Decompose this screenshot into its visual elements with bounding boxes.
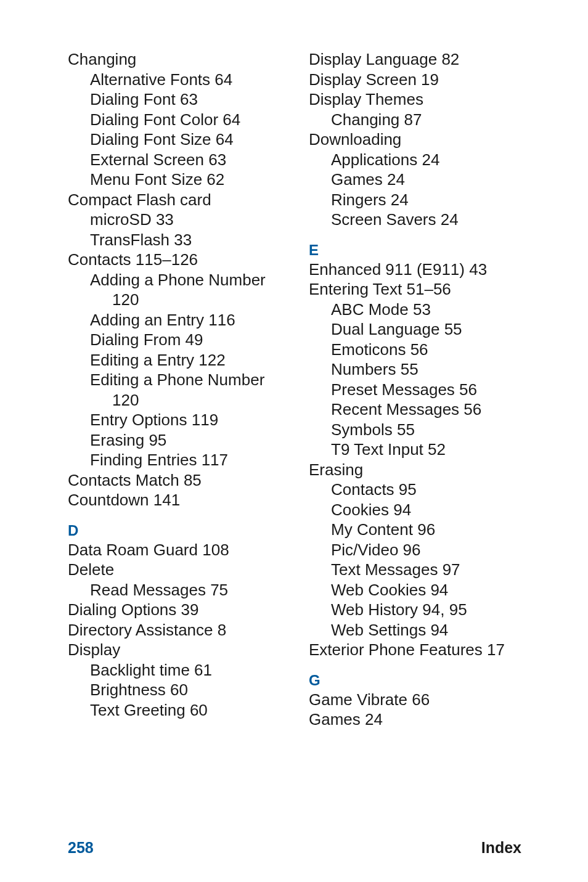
index-columns: ChangingAlternative Fonts 64Dialing Font… [68, 49, 520, 730]
index-pages: 62 [206, 170, 224, 189]
index-entry: Pic/Video 96 [331, 540, 520, 560]
index-entry: Ringers 24 [331, 190, 520, 210]
index-entry: Adding a Phone Number [90, 270, 279, 290]
index-pages: 63 [180, 90, 198, 108]
index-term: ABC Mode [331, 300, 409, 319]
index-term: Web Cookies [331, 581, 426, 599]
index-entry: TransFlash 33 [90, 230, 279, 250]
index-entry: Dialing Font Size 64 [90, 129, 279, 150]
index-entry: Downloading [309, 129, 520, 150]
index-pages: 85 [184, 471, 202, 489]
index-pages: 87 [404, 110, 422, 129]
index-entry: Dual Language 55 [331, 319, 520, 340]
index-entry: Dialing Options 39 [68, 600, 279, 620]
index-term: Web Settings [331, 621, 426, 639]
index-pages: 17 [487, 640, 505, 659]
index-term: Contacts [331, 480, 394, 499]
index-term: Text Messages [331, 560, 438, 579]
index-pages: 108 [202, 541, 229, 559]
index-entry: Finding Entries 117 [90, 450, 279, 470]
index-entry: Delete [68, 560, 279, 580]
index-pages: 33 [156, 210, 174, 229]
index-pages: 117 [202, 451, 228, 469]
index-term: Recent Messages [331, 400, 459, 419]
index-term: Erasing [90, 431, 144, 449]
index-pages: 119 [192, 410, 218, 429]
index-entry: Entering Text 51–56 [309, 279, 520, 300]
index-entry: Erasing [309, 460, 520, 480]
index-entry: External Screen 63 [90, 150, 279, 170]
index-term: Pic/Video [331, 541, 398, 559]
index-term: Preset Messages [331, 380, 455, 399]
index-entry: Recent Messages 56 [331, 399, 520, 420]
index-entry: Data Roam Guard 108 [68, 540, 279, 560]
index-term: Finding Entries [90, 451, 197, 469]
index-term: Editing a Entry [90, 351, 194, 369]
index-entry: Exterior Phone Features 17 [309, 640, 520, 660]
index-term: Read Messages [90, 581, 206, 599]
index-entry: Backlight time 61 [90, 660, 279, 680]
index-pages: 60 [170, 680, 188, 699]
index-term: Downloading [309, 130, 401, 149]
section-letter-e: E [309, 241, 520, 259]
index-entry: Directory Assistance 8 [68, 620, 279, 640]
index-entry: Text Greeting 60 [90, 700, 279, 721]
index-term: Symbols [331, 420, 393, 439]
index-term: Ringers [331, 190, 386, 209]
index-pages: 94, 95 [422, 600, 467, 619]
index-term: T9 Text Input [331, 440, 423, 459]
index-term: 120 [112, 391, 139, 409]
index-entry: Adding an Entry 116 [90, 310, 279, 330]
index-pages: 94 [430, 621, 448, 639]
index-entry: Changing [68, 49, 279, 70]
index-term: Web History [331, 600, 418, 619]
index-term: Contacts Match [68, 471, 179, 489]
index-entry: Editing a Entry 122 [90, 350, 279, 370]
index-term: Editing a Phone Number [90, 370, 264, 389]
index-term: Dual Language [331, 320, 439, 338]
index-entry: Games 24 [309, 709, 520, 730]
index-entry: Enhanced 911 (E911) 43 [309, 259, 520, 280]
index-pages: 63 [208, 150, 226, 169]
index-entry: Web History 94, 95 [331, 600, 520, 620]
index-pages: 97 [443, 560, 460, 579]
index-entry: Text Messages 97 [331, 560, 520, 580]
index-entry: 120 [112, 390, 279, 410]
index-entry: Alternative Fonts 64 [90, 70, 279, 90]
index-pages: 75 [210, 581, 228, 599]
index-term: Enhanced 911 (E911) [309, 260, 465, 279]
index-term: Brightness [90, 680, 166, 699]
index-term: Dialing Font [90, 90, 176, 108]
index-pages: 61 [194, 661, 212, 679]
index-entry: Web Cookies 94 [331, 580, 520, 600]
index-pages: 94 [393, 500, 411, 519]
index-entry: ABC Mode 53 [331, 300, 520, 320]
index-pages: 51–56 [407, 280, 451, 298]
index-pages: 8 [218, 621, 226, 639]
index-term: microSD [90, 210, 152, 229]
index-term: Emoticons [331, 340, 406, 359]
index-pages: 55 [401, 360, 419, 378]
index-pages: 96 [403, 541, 421, 559]
index-entry: Display Themes [309, 89, 520, 110]
index-term: Compact Flash card [68, 190, 211, 209]
index-pages: 55 [444, 320, 462, 338]
index-entry: Compact Flash card [68, 190, 279, 210]
index-term: TransFlash [90, 231, 169, 249]
index-entry: Display [68, 640, 279, 660]
index-pages: 24 [422, 150, 439, 169]
index-entry: Numbers 55 [331, 359, 520, 380]
index-term: Games [331, 170, 383, 189]
index-entry: Applications 24 [331, 150, 520, 170]
index-column-left: ChangingAlternative Fonts 64Dialing Font… [68, 49, 279, 730]
index-term: Display Screen [309, 70, 417, 89]
index-term: Games [309, 710, 361, 729]
index-term: Numbers [331, 360, 396, 378]
index-pages: 115–126 [136, 250, 198, 269]
index-term: Entry Options [90, 410, 187, 429]
index-pages: 56 [410, 340, 428, 359]
index-entry: Brightness 60 [90, 680, 279, 700]
index-entry: T9 Text Input 52 [331, 439, 520, 460]
page-number: 258 [68, 838, 94, 857]
index-pages: 94 [430, 581, 448, 599]
